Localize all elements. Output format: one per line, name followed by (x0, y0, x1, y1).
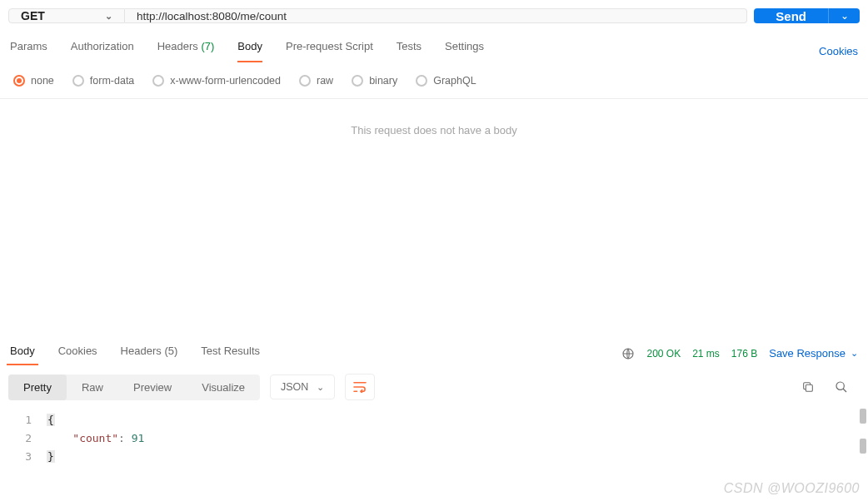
radio-label: GraphQL (433, 75, 476, 87)
tab-tests[interactable]: Tests (397, 40, 422, 62)
resp-tab-testresults[interactable]: Test Results (197, 341, 263, 365)
radio-label: raw (317, 75, 333, 87)
radio-icon (299, 75, 311, 87)
send-options-button[interactable]: ⌄ (828, 8, 860, 23)
radio-icon (13, 75, 25, 87)
view-visualize[interactable]: Visualize (187, 375, 260, 400)
tab-headers[interactable]: Headers (7) (157, 40, 215, 62)
tab-headers-label: Headers (157, 40, 198, 52)
response-time: 21 ms (692, 348, 720, 360)
resp-tab-headers-label: Headers (121, 345, 162, 357)
json-key: "count" (72, 432, 118, 444)
chevron-down-icon: ⌄ (105, 11, 112, 22)
copy-button[interactable] (801, 380, 815, 394)
radio-icon (416, 75, 427, 87)
url-text: http://localhost:8080/me/count (137, 10, 287, 22)
code-brace-close: } (47, 450, 55, 463)
wrap-lines-button[interactable] (345, 374, 375, 400)
resp-tab-headers-count: (5) (164, 345, 177, 357)
tab-prerequest[interactable]: Pre-request Script (286, 40, 373, 62)
chevron-down-icon: ⌄ (841, 10, 849, 22)
radio-label: form-data (90, 75, 135, 87)
svg-point-2 (836, 382, 844, 389)
body-type-formdata[interactable]: form-data (72, 75, 135, 87)
chevron-down-icon: ⌄ (317, 382, 324, 393)
radio-label: none (31, 75, 54, 87)
line-number: 1 (0, 414, 47, 426)
radio-icon (152, 75, 164, 87)
save-response-button[interactable]: Save Response ⌄ (769, 347, 858, 360)
tab-headers-count: (7) (201, 40, 214, 52)
body-type-graphql[interactable]: GraphQL (416, 75, 476, 87)
save-response-label: Save Response (769, 347, 846, 360)
send-button[interactable]: Send (754, 8, 828, 23)
no-body-message: This request does not have a body (0, 99, 868, 136)
svg-rect-1 (806, 384, 812, 391)
format-select[interactable]: JSON ⌄ (270, 375, 335, 399)
body-type-binary[interactable]: binary (352, 75, 397, 87)
view-preview[interactable]: Preview (118, 375, 187, 400)
http-method-select[interactable]: GET ⌄ (8, 8, 125, 23)
view-raw[interactable]: Raw (67, 375, 118, 400)
resp-tab-body[interactable]: Body (7, 341, 38, 365)
url-input[interactable]: http://localhost:8080/me/count (125, 8, 747, 23)
radio-label: binary (369, 75, 397, 87)
search-button[interactable] (835, 380, 848, 394)
http-method-value: GET (21, 9, 45, 22)
body-type-none[interactable]: none (13, 75, 54, 87)
response-body-code[interactable]: 1 { 2 "count": 91 3 } (0, 407, 868, 465)
radio-icon (72, 75, 84, 87)
response-size: 176 B (731, 348, 757, 360)
line-number: 2 (0, 432, 47, 444)
scrollbar-handle[interactable] (860, 439, 866, 454)
body-type-raw[interactable]: raw (299, 75, 333, 87)
wrap-icon (352, 381, 367, 393)
scrollbar-handle[interactable] (860, 409, 866, 424)
format-value: JSON (281, 381, 308, 393)
radio-label: x-www-form-urlencoded (170, 75, 281, 87)
tab-body[interactable]: Body (237, 40, 262, 62)
resp-tab-cookies[interactable]: Cookies (55, 341, 101, 365)
cookies-link[interactable]: Cookies (819, 45, 858, 57)
view-pretty[interactable]: Pretty (8, 375, 67, 400)
tab-authorization[interactable]: Authorization (71, 40, 134, 62)
resp-tab-headers[interactable]: Headers (5) (117, 341, 182, 365)
search-icon (835, 380, 848, 394)
body-type-urlencoded[interactable]: x-www-form-urlencoded (152, 75, 281, 87)
globe-icon[interactable] (621, 347, 635, 360)
line-number: 3 (0, 450, 47, 463)
code-brace-open: { (47, 414, 55, 426)
copy-icon (801, 380, 815, 394)
chevron-down-icon: ⌄ (851, 348, 858, 359)
radio-icon (352, 75, 363, 87)
json-value: 91 (132, 432, 145, 444)
tab-settings[interactable]: Settings (445, 40, 484, 62)
watermark: CSDN @WOOZI9600 (724, 481, 860, 496)
status-code: 200 OK (646, 348, 681, 360)
tab-params[interactable]: Params (10, 40, 47, 62)
